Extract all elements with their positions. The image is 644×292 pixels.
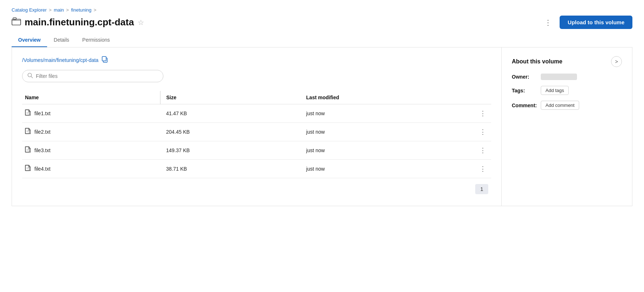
- breadcrumb-main[interactable]: main: [54, 7, 64, 13]
- file-size: 149.37 KB: [160, 141, 303, 160]
- col-last-modified: Last modified: [303, 91, 474, 104]
- tab-permissions[interactable]: Permissions: [76, 33, 116, 47]
- table-row: file1.txt 41.47 KB just now ⋮: [22, 104, 491, 123]
- tags-label: Tags:: [512, 88, 537, 93]
- owner-value: [541, 74, 577, 80]
- col-size: Size: [160, 91, 303, 104]
- filter-row: [22, 70, 491, 82]
- breadcrumb-sep-3: >: [94, 7, 97, 13]
- file-size: 204.45 KB: [160, 123, 303, 141]
- file-icon: [25, 165, 31, 173]
- tab-overview[interactable]: Overview: [12, 33, 47, 47]
- file-last-modified: just now: [303, 104, 474, 123]
- add-comment-button[interactable]: Add comment: [541, 101, 579, 110]
- file-table: Name Size Last modified: [22, 91, 491, 178]
- row-more-button[interactable]: ⋮: [477, 109, 488, 118]
- tab-details[interactable]: Details: [47, 33, 76, 47]
- owner-label: Owner:: [512, 74, 537, 80]
- volume-icon: [12, 17, 21, 28]
- tabs: Overview Details Permissions: [12, 33, 632, 47]
- svg-rect-3: [102, 57, 106, 61]
- right-panel: About this volume > Owner: Tags: Add tag…: [502, 47, 632, 206]
- svg-line-5: [31, 76, 33, 78]
- star-icon[interactable]: ☆: [138, 18, 144, 27]
- row-more-button[interactable]: ⋮: [477, 127, 488, 137]
- table-row: file3.txt 149.37 KB just now ⋮: [22, 141, 491, 160]
- owner-row: Owner:: [512, 74, 622, 80]
- breadcrumb-sep-1: >: [49, 7, 52, 13]
- page-title: main.finetuning.cpt-data: [25, 17, 134, 28]
- file-name: file1.txt: [34, 110, 50, 116]
- upload-button[interactable]: Upload to this volume: [560, 16, 632, 29]
- file-size: 41.47 KB: [160, 104, 303, 123]
- breadcrumb: Catalog Explorer > main > finetuning >: [12, 7, 632, 13]
- tags-row: Tags: Add tags: [512, 86, 622, 95]
- file-size: 38.71 KB: [160, 160, 303, 178]
- add-tags-button[interactable]: Add tags: [541, 86, 569, 95]
- file-icon: [25, 109, 31, 117]
- file-name: file4.txt: [34, 166, 50, 172]
- table-row: file4.txt 38.71 KB just now ⋮: [22, 160, 491, 178]
- search-icon: [28, 73, 33, 79]
- expand-button[interactable]: >: [611, 56, 622, 67]
- row-more-button[interactable]: ⋮: [477, 146, 488, 155]
- file-last-modified: just now: [303, 141, 474, 160]
- pagination: 1: [22, 178, 491, 197]
- file-name: file3.txt: [34, 147, 50, 153]
- row-more-button[interactable]: ⋮: [477, 164, 488, 174]
- file-icon: [25, 146, 31, 154]
- comment-label: Comment:: [512, 103, 537, 108]
- file-last-modified: just now: [303, 123, 474, 141]
- table-row: file2.txt 204.45 KB just now ⋮: [22, 123, 491, 141]
- file-last-modified: just now: [303, 160, 474, 178]
- copy-icon[interactable]: [101, 56, 108, 64]
- breadcrumb-catalog-explorer[interactable]: Catalog Explorer: [12, 7, 47, 13]
- comment-row: Comment: Add comment: [512, 101, 622, 110]
- volume-path: /Volumes/main/finetuning/cpt-data: [22, 57, 99, 63]
- col-name: Name: [22, 91, 160, 104]
- about-title: About this volume: [512, 58, 563, 65]
- file-name: file2.txt: [34, 129, 50, 135]
- filter-input[interactable]: [36, 73, 158, 79]
- file-icon: [25, 128, 31, 136]
- breadcrumb-sep-2: >: [66, 7, 69, 13]
- svg-rect-1: [13, 18, 16, 20]
- left-panel: /Volumes/main/finetuning/cpt-data: [12, 47, 502, 206]
- breadcrumb-finetuning[interactable]: finetuning: [71, 7, 91, 13]
- more-options-button[interactable]: ⋮: [541, 17, 555, 28]
- page-1-button[interactable]: 1: [475, 184, 488, 194]
